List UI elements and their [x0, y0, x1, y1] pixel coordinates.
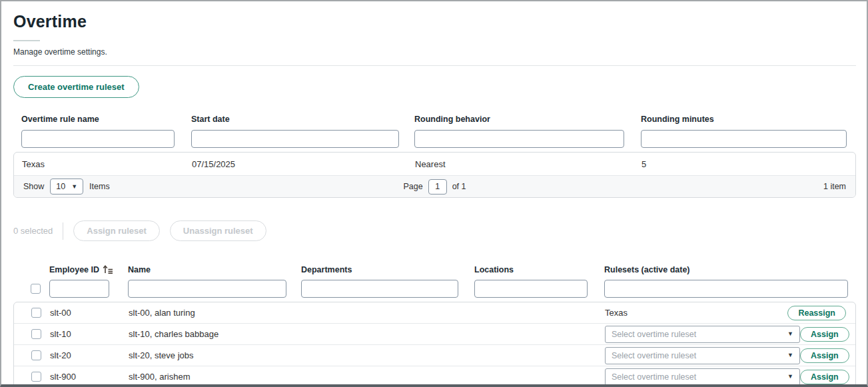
page-number-input[interactable]	[428, 179, 447, 194]
chevron-down-icon: ▼	[787, 352, 793, 358]
chevron-down-icon: ▼	[787, 331, 793, 337]
assign-button[interactable]: Assign	[800, 348, 849, 363]
table-row[interactable]: slt-10 slt-10, charles babbage Select ov…	[14, 324, 855, 345]
select-row-checkbox[interactable]	[31, 372, 41, 382]
employees-table-header: Employee ID Name Departments Locations R…	[13, 264, 856, 274]
select-row-checkbox[interactable]	[31, 350, 41, 360]
ruleset-name-cell: Texas	[22, 159, 192, 169]
page-label: Page	[403, 182, 422, 191]
ruleset-select-placeholder: Select overtime ruleset	[612, 330, 696, 339]
selection-toolbar: 0 selected Assign ruleset Unassign rules…	[13, 220, 856, 241]
ruleset-select-dropdown[interactable]: Select overtime ruleset ▼	[605, 326, 800, 343]
filter-start-date-input[interactable]	[191, 130, 399, 148]
items-label: Items	[89, 182, 110, 191]
select-row-checkbox[interactable]	[31, 308, 41, 318]
assign-button[interactable]: Assign	[800, 370, 849, 384]
filter-rounding-minutes-input[interactable]	[641, 130, 847, 148]
table-row[interactable]: slt-00 slt-00, alan turing Texas Reassig…	[14, 302, 855, 324]
chevron-down-icon: ▼	[71, 184, 77, 190]
overtime-settings-page: { "page": { "title": "Overtime", "subtit…	[0, 0, 868, 387]
ruleset-select-placeholder: Select overtime ruleset	[612, 372, 696, 382]
toolbar-divider	[63, 222, 63, 240]
ruleset-select-dropdown[interactable]: Select overtime ruleset ▼	[605, 368, 800, 386]
page-size-select[interactable]: 10 ▼	[50, 179, 83, 194]
filter-rulesets-input[interactable]	[604, 280, 848, 298]
table-row[interactable]: slt-20 slt-20, steve jobs Select overtim…	[14, 345, 855, 366]
employee-name-cell: slt-20, steve jobs	[129, 350, 302, 360]
employee-id-cell: slt-900	[50, 372, 129, 382]
select-all-checkbox[interactable]	[31, 284, 41, 294]
employees-table-filters	[13, 280, 856, 298]
sort-ascending-icon[interactable]	[103, 264, 113, 274]
table-row[interactable]: Texas 07/15/2025 Nearest 5	[14, 153, 855, 176]
column-rounding-minutes: Rounding minutes	[641, 115, 856, 124]
employee-id-cell: slt-20	[50, 350, 129, 360]
start-date-cell: 07/15/2025	[192, 159, 415, 169]
rulesets-table-card: Texas 07/15/2025 Nearest 5 Show 10 ▼ Ite…	[13, 152, 856, 198]
select-row-checkbox[interactable]	[31, 329, 41, 339]
rulesets-table-header: Overtime rule name Start date Rounding b…	[13, 115, 856, 124]
unassign-ruleset-button[interactable]: Unassign ruleset	[170, 220, 266, 241]
header-divider	[13, 65, 856, 66]
filter-locations-input[interactable]	[474, 280, 588, 298]
column-departments: Departments	[301, 265, 474, 274]
rulesets-table-filters	[13, 130, 856, 148]
employee-id-cell: slt-00	[50, 308, 129, 318]
employees-table-card: slt-00 slt-00, alan turing Texas Reassig…	[13, 302, 856, 387]
employee-name-cell: slt-00, alan turing	[129, 308, 302, 318]
column-employee-id[interactable]: Employee ID	[49, 264, 128, 274]
column-rounding-behavior: Rounding behavior	[414, 115, 641, 124]
filter-rounding-behavior-input[interactable]	[414, 130, 624, 148]
page-of-label: of 1	[452, 182, 466, 191]
create-overtime-ruleset-button[interactable]: Create overtime ruleset	[13, 76, 139, 98]
filter-departments-input[interactable]	[301, 280, 458, 298]
page-title: Overtime	[13, 12, 856, 31]
show-label: Show	[23, 182, 44, 191]
assign-button[interactable]: Assign	[800, 327, 849, 342]
employee-id-cell: slt-10	[50, 329, 129, 339]
rounding-minutes-cell: 5	[642, 159, 855, 169]
column-rulesets: Rulesets (active date)	[604, 265, 856, 274]
ruleset-select-placeholder: Select overtime ruleset	[612, 351, 696, 360]
total-items-label: 1 item	[823, 182, 846, 191]
page-subtitle: Manage overtime settings.	[13, 47, 856, 57]
employee-name-cell: slt-10, charles babbage	[129, 329, 302, 339]
chevron-down-icon: ▼	[787, 374, 793, 380]
reassign-button[interactable]: Reassign	[787, 306, 846, 320]
employee-id-label: Employee ID	[49, 265, 99, 274]
ruleset-select-dropdown[interactable]: Select overtime ruleset ▼	[605, 347, 800, 364]
title-underline	[13, 40, 40, 41]
employee-name-cell: slt-900, arishem	[129, 372, 302, 382]
selected-count-label: 0 selected	[13, 226, 53, 236]
column-start-date: Start date	[191, 115, 414, 124]
page-size-value: 10	[56, 182, 65, 191]
rounding-behavior-cell: Nearest	[415, 159, 642, 169]
filter-name-input[interactable]	[128, 280, 286, 298]
assign-ruleset-button[interactable]: Assign ruleset	[73, 220, 160, 241]
assigned-ruleset-label: Texas	[605, 308, 628, 318]
filter-employee-id-input[interactable]	[49, 280, 109, 298]
rulesets-pagination-bar: Show 10 ▼ Items Page of 1 1 item	[14, 176, 855, 197]
table-row[interactable]: slt-900 slt-900, arishem Select overtime…	[14, 366, 855, 387]
column-overtime-rule-name: Overtime rule name	[21, 115, 191, 124]
column-name: Name	[128, 265, 301, 274]
filter-overtime-rule-name-input[interactable]	[21, 130, 175, 148]
column-locations: Locations	[474, 265, 604, 274]
